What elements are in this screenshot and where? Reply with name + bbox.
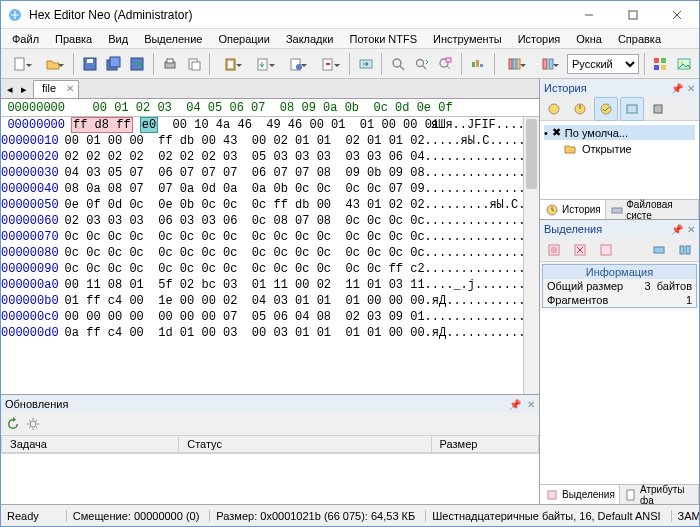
hex-row[interactable]: 000000800c 0c 0c 0c 0c 0c 0c 0c 0c 0c 0c… <box>1 245 539 261</box>
picture-button[interactable] <box>673 52 695 76</box>
gear-icon[interactable] <box>25 416 41 432</box>
hex-row[interactable]: 000000500e 0f 0d 0c 0e 0b 0c 0c 0c ff db… <box>1 197 539 213</box>
hex-row[interactable]: 000000900c 0c 0c 0c 0c 0c 0c 0c 0c 0c 0c… <box>1 261 539 277</box>
ascii-cell[interactable]: .........яЫ.C... <box>415 198 539 212</box>
bytes-cell[interactable]: 02 03 03 03 06 03 03 06 0c 08 07 08 0c 0… <box>65 214 415 228</box>
bytes-cell[interactable]: 01 ff c4 00 1e 00 00 02 04 03 01 01 01 0… <box>65 294 415 308</box>
new-button[interactable] <box>5 52 36 76</box>
ascii-cell[interactable]: ................ <box>415 230 539 244</box>
find-next-button[interactable] <box>411 52 433 76</box>
pin-icon[interactable]: 📌 <box>671 83 683 94</box>
print-button[interactable] <box>159 52 181 76</box>
clipboard-button[interactable] <box>281 52 312 76</box>
editor-tab[interactable]: file ✕ <box>33 80 79 98</box>
ascii-cell[interactable]: яШя..JFIF..... <box>421 118 532 132</box>
window-close[interactable] <box>655 1 699 29</box>
menu-view[interactable]: Вид <box>101 31 135 47</box>
ascii-cell[interactable]: ................ <box>415 246 539 260</box>
menu-history[interactable]: История <box>511 31 568 47</box>
hex-row[interactable]: 000000b001 ff c4 00 1e 00 00 02 04 03 01… <box>1 293 539 309</box>
menu-windows[interactable]: Окна <box>569 31 609 47</box>
pin-icon[interactable]: 📌 <box>671 224 683 235</box>
bytes-cell[interactable]: 0c 0c 0c 0c 0c 0c 0c 0c 0c 0c 0c 0c 0c 0… <box>65 262 415 276</box>
hist-btn-2[interactable] <box>568 97 592 121</box>
ascii-cell[interactable]: ................ <box>415 214 539 228</box>
colors-button[interactable] <box>650 52 672 76</box>
sel-btn-2[interactable] <box>568 238 592 262</box>
ascii-cell[interactable]: ................ <box>415 150 539 164</box>
history-root[interactable]: • ✖ По умолча... <box>544 125 695 140</box>
close-icon[interactable]: ✕ <box>687 224 695 235</box>
bytes-cell[interactable]: 00 11 08 01 5f 02 bc 03 01 11 00 02 11 0… <box>65 278 415 292</box>
history-item-open[interactable]: Открытие <box>544 140 695 158</box>
hex-row[interactable]: 000000700c 0c 0c 0c 0c 0c 0c 0c 0c 0c 0c… <box>1 229 539 245</box>
hex-row[interactable]: 000000d00a ff c4 00 1d 01 00 03 00 03 01… <box>1 325 539 341</box>
bytes-cell[interactable]: 02 02 02 02 02 02 02 03 05 03 03 03 03 0… <box>65 150 415 164</box>
hex-editor[interactable]: 00000000 00 01 02 03 04 05 06 07 08 09 0… <box>1 99 539 394</box>
bytes-cell[interactable]: 0a ff c4 00 1d 01 00 03 00 03 01 01 01 0… <box>65 326 415 340</box>
bytes-cell[interactable]: 04 03 05 07 06 07 07 07 06 07 07 08 09 0… <box>65 166 415 180</box>
save-as-button[interactable] <box>126 52 148 76</box>
hex-selection[interactable]: ff d8 ff <box>71 117 133 133</box>
menu-file[interactable]: Файл <box>5 31 46 47</box>
insert-button[interactable] <box>248 52 279 76</box>
tab-prev[interactable]: ◂ <box>3 81 17 97</box>
hex-row[interactable]: 0000006002 03 03 03 06 03 03 06 0c 08 07… <box>1 213 539 229</box>
columns3-button[interactable] <box>500 52 531 76</box>
hex-row[interactable]: 00000000ff d8 ff e0 00 10 4a 46 49 46 00… <box>1 117 539 133</box>
tab-next[interactable]: ▸ <box>17 81 31 97</box>
sel-btn-4[interactable] <box>647 238 671 262</box>
find-button[interactable] <box>387 52 409 76</box>
hist-btn-4[interactable] <box>620 97 644 121</box>
goto-button[interactable] <box>355 52 377 76</box>
menu-bookmarks[interactable]: Закладки <box>279 31 341 47</box>
bytes-cell[interactable]: 0e 0f 0d 0c 0e 0b 0c 0c 0c ff db 00 43 0… <box>65 198 415 212</box>
menu-selection[interactable]: Выделение <box>137 31 209 47</box>
ascii-cell[interactable]: ................ <box>415 166 539 180</box>
hex-row[interactable]: 0000001000 01 00 00 ff db 00 43 00 02 01… <box>1 133 539 149</box>
refresh-icon[interactable] <box>5 416 21 432</box>
hist-btn-1[interactable] <box>542 97 566 121</box>
pin-icon[interactable]: 📌 <box>509 399 521 410</box>
columns2-button[interactable] <box>532 52 563 76</box>
bytes-cell[interactable]: ff d8 ff e0 00 10 4a 46 49 46 00 01 01 0… <box>71 118 421 132</box>
window-minimize[interactable] <box>567 1 611 29</box>
hex-caret[interactable]: e0 <box>140 117 158 133</box>
language-select[interactable]: Русский <box>567 54 639 74</box>
replace-button[interactable] <box>435 52 457 76</box>
tab-attributes[interactable]: Атрибуты фа <box>620 485 699 504</box>
open-button[interactable] <box>38 52 69 76</box>
ascii-cell[interactable]: .....яЫ.C....... <box>415 134 539 148</box>
updates-col-task[interactable]: Задача <box>2 436 179 453</box>
tab-close-icon[interactable]: ✕ <box>66 83 74 94</box>
sel-btn-1[interactable] <box>542 238 566 262</box>
hex-row[interactable]: 000000c000 00 00 00 00 00 00 07 05 06 04… <box>1 309 539 325</box>
bytes-cell[interactable]: 0c 0c 0c 0c 0c 0c 0c 0c 0c 0c 0c 0c 0c 0… <box>65 246 415 260</box>
tab-history[interactable]: История <box>540 200 606 219</box>
menu-help[interactable]: Справка <box>611 31 668 47</box>
hex-row[interactable]: 000000a000 11 08 01 5f 02 bc 03 01 11 00… <box>1 277 539 293</box>
menu-edit[interactable]: Правка <box>48 31 99 47</box>
ascii-cell[interactable]: ...._.ј......... <box>415 278 539 292</box>
close-icon[interactable]: ✕ <box>687 83 695 94</box>
ascii-cell[interactable]: .яД............. <box>415 294 539 308</box>
pattern-button[interactable] <box>467 52 489 76</box>
hex-scrollbar[interactable] <box>523 117 539 394</box>
menu-tools[interactable]: Инструменты <box>426 31 509 47</box>
updates-col-size[interactable]: Размер <box>431 436 538 453</box>
bytes-cell[interactable]: 08 0a 08 07 07 0a 0d 0a 0a 0b 0c 0c 0c 0… <box>65 182 415 196</box>
tab-selection[interactable]: Выделения <box>540 485 620 504</box>
save-button[interactable] <box>79 52 101 76</box>
panel-close-icon[interactable]: ✕ <box>527 399 535 410</box>
bytes-cell[interactable]: 00 01 00 00 ff db 00 43 00 02 01 01 02 0… <box>65 134 415 148</box>
hex-row[interactable]: 0000004008 0a 08 07 07 0a 0d 0a 0a 0b 0c… <box>1 181 539 197</box>
bytes-cell[interactable]: 00 00 00 00 00 00 00 07 05 06 04 08 02 0… <box>65 310 415 324</box>
copy-button[interactable] <box>183 52 205 76</box>
ascii-cell[interactable]: ................ <box>415 182 539 196</box>
save-all-button[interactable] <box>103 52 125 76</box>
menu-operations[interactable]: Операции <box>211 31 276 47</box>
ascii-cell[interactable]: .яД............. <box>415 326 539 340</box>
updates-col-status[interactable]: Статус <box>179 436 431 453</box>
hex-row[interactable]: 0000002002 02 02 02 02 02 02 03 05 03 03… <box>1 149 539 165</box>
window-maximize[interactable] <box>611 1 655 29</box>
